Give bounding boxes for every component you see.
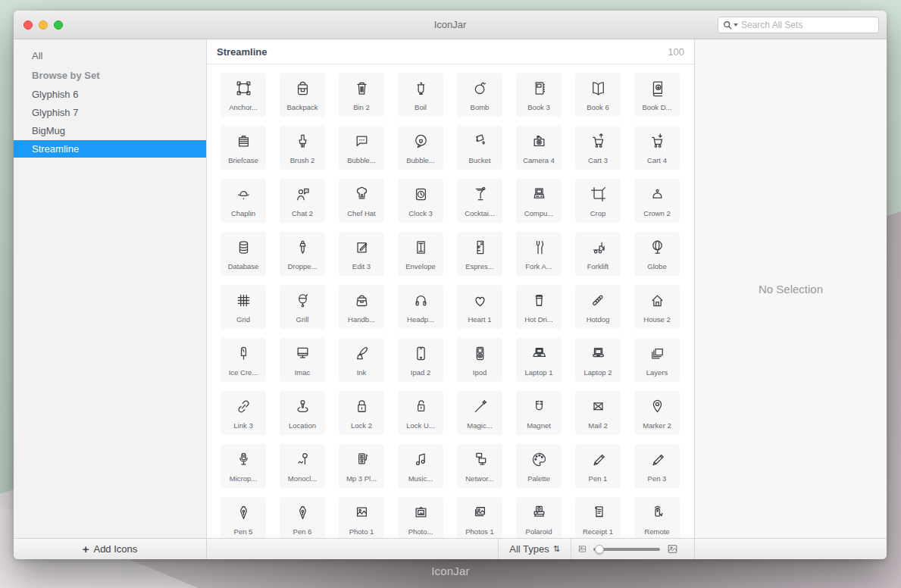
sidebar-item-bigmug[interactable]: BigMug [14, 122, 206, 140]
icon-cell-layers[interactable]: Layers [634, 338, 680, 382]
icon-cell-link-3[interactable]: Link 3 [221, 391, 266, 435]
thumbnail-size-slider[interactable] [593, 539, 660, 559]
icon-cell-magic-wand[interactable]: Magic... [457, 391, 502, 435]
icon-cell-hot-drink[interactable]: Hot Dri... [516, 285, 562, 329]
large-thumbnail-icon[interactable] [660, 539, 685, 559]
icon-cell-ipad-2[interactable]: Ipad 2 [398, 338, 443, 382]
icon-cell-magnet[interactable]: Magnet [516, 391, 562, 435]
icon-cell-computer[interactable]: Compu... [516, 179, 562, 223]
titlebar[interactable]: IconJar [14, 11, 887, 39]
icon-cell-monocle[interactable]: Monocl... [280, 444, 325, 488]
icon-cell-grill[interactable]: Grill [280, 285, 325, 329]
sidebar-item-streamline[interactable]: Streamline [14, 140, 206, 158]
desktop-brand-text: IconJar [0, 565, 901, 577]
search-input[interactable] [741, 20, 874, 30]
icon-cell-palette[interactable]: Palette [516, 444, 562, 488]
icon-cell-lock-unlocked[interactable]: Lock U... [398, 391, 443, 435]
icon-cell-anchor-point[interactable]: Anchor... [221, 73, 266, 117]
icon-cell-cocktail[interactable]: Cocktai... [457, 179, 502, 223]
sidebar-item-glyphish-7[interactable]: Glyphish 7 [14, 104, 206, 122]
icon-cell-boil[interactable]: Boil [398, 73, 443, 117]
icon-cell-ipod[interactable]: Ipod [457, 338, 502, 382]
small-thumbnail-icon[interactable] [571, 539, 593, 559]
icon-cell-brush-2[interactable]: Brush 2 [280, 126, 325, 170]
icon-cell-mp3-player[interactable]: Mp 3 Pl... [339, 444, 384, 488]
icon-cell-chef-hat[interactable]: Chef Hat [339, 179, 384, 223]
sidebar-item-glyphish-6[interactable]: Glyphish 6 [14, 86, 206, 104]
icon-label: Marker 2 [643, 422, 671, 430]
icon-cell-bomb[interactable]: Bomb [457, 73, 502, 117]
icon-cell-mail-2[interactable]: Mail 2 [575, 391, 621, 435]
icon-cell-photo-frame[interactable]: Photo... [398, 497, 443, 538]
icon-label: Lock 2 [351, 422, 372, 430]
icon-label: Bin 2 [353, 104, 370, 111]
icon-cell-remote[interactable]: Remote [634, 497, 680, 538]
icon-cell-backpack[interactable]: Backpack [280, 73, 325, 117]
icon-cell-receipt-1[interactable]: Receipt 1 [575, 497, 621, 538]
slider-knob[interactable] [595, 545, 604, 554]
icon-cell-polaroid[interactable]: Polaroid [516, 497, 562, 538]
icon-cell-grid[interactable]: Grid [221, 285, 266, 329]
icon-cell-chat-2[interactable]: Chat 2 [280, 179, 325, 223]
icon-cell-imac[interactable]: Imac [280, 338, 325, 382]
bottom-bar-grid-section: All Types ⇅ [207, 539, 695, 559]
icon-cell-book-6[interactable]: Book 6 [575, 73, 621, 117]
icon-cell-bubble-chat[interactable]: Bubble... [339, 126, 384, 170]
type-filter-dropdown[interactable]: All Types ⇅ [499, 539, 571, 559]
icon-cell-crop[interactable]: Crop [575, 179, 621, 223]
icon-cell-bubble-heart[interactable]: Bubble... [398, 126, 443, 170]
icon-cell-location[interactable]: Location [280, 391, 325, 435]
icon-cell-envelope[interactable]: Envelope [398, 232, 443, 276]
icon-cell-lock-2[interactable]: Lock 2 [339, 391, 384, 435]
icon-cell-headphones[interactable]: Headp... [398, 285, 443, 329]
icon-cell-cart-4[interactable]: Cart 4 [634, 126, 680, 170]
icon-cell-forklift[interactable]: Forklift [575, 232, 621, 276]
icon-cell-handbag[interactable]: Handb... [339, 285, 384, 329]
icon-cell-ice-cream[interactable]: Ice Cre... [221, 338, 266, 382]
icon-cell-photos-1[interactable]: Photos 1 [457, 497, 502, 538]
grill-icon [293, 285, 313, 315]
icon-cell-bucket[interactable]: Bucket [457, 126, 502, 170]
icon-cell-book-3[interactable]: Book 3 [516, 73, 562, 117]
icon-cell-network[interactable]: Networ... [457, 444, 502, 488]
icon-cell-espresso[interactable]: Espres... [457, 232, 502, 276]
search-field[interactable] [718, 17, 879, 33]
bottom-bar: + Add Icons All Types ⇅ [14, 538, 887, 559]
icon-cell-pen-5[interactable]: Pen 5 [221, 497, 266, 538]
icon-cell-hotdog[interactable]: Hotdog [575, 285, 621, 329]
icon-cell-clock-3[interactable]: Clock 3 [398, 179, 443, 223]
icon-cell-heart-1[interactable]: Heart 1 [457, 285, 502, 329]
minimize-button[interactable] [39, 20, 48, 30]
icon-cell-fork-and-knife[interactable]: Fork A... [516, 232, 562, 276]
magic-wand-icon [470, 391, 490, 421]
icon-cell-crown-2[interactable]: Crown 2 [634, 179, 680, 223]
icon-cell-pen-6[interactable]: Pen 6 [280, 497, 325, 538]
icon-cell-music-notes[interactable]: Music... [398, 444, 443, 488]
icon-cell-photo-1[interactable]: Photo 1 [339, 497, 384, 538]
icon-cell-camera-4[interactable]: Camera 4 [516, 126, 562, 170]
icon-cell-dropper[interactable]: Droppe... [280, 232, 325, 276]
icon-cell-bin-2[interactable]: Bin 2 [339, 73, 384, 117]
sidebar-item-all[interactable]: All [14, 47, 206, 65]
icon-label: Cart 3 [588, 157, 608, 164]
icon-cell-house-2[interactable]: House 2 [634, 285, 680, 329]
icon-cell-database[interactable]: Database [221, 232, 266, 276]
icon-cell-laptop-1[interactable]: Laptop 1 [516, 338, 562, 382]
icon-cell-chaplin[interactable]: Chaplin [221, 179, 266, 223]
icon-cell-microphone[interactable]: Microp... [221, 444, 266, 488]
icon-cell-pen-3[interactable]: Pen 3 [634, 444, 680, 488]
zoom-button[interactable] [54, 20, 63, 30]
icon-cell-pen-1[interactable]: Pen 1 [575, 444, 621, 488]
ice-cream-icon [233, 338, 254, 368]
icon-cell-cart-3[interactable]: Cart 3 [575, 126, 621, 170]
icon-cell-book-download[interactable]: Book D... [634, 73, 680, 117]
close-button[interactable] [23, 20, 33, 30]
icon-cell-globe[interactable]: Globe [634, 232, 680, 276]
icon-label: Hot Dri... [524, 316, 552, 324]
icon-cell-laptop-2[interactable]: Laptop 2 [575, 338, 621, 382]
icon-cell-marker-2[interactable]: Marker 2 [634, 391, 680, 435]
icon-cell-edit-3[interactable]: Edit 3 [339, 232, 384, 276]
icon-cell-briefcase[interactable]: Briefcase [221, 126, 266, 170]
add-icons-button[interactable]: + Add Icons [83, 543, 138, 555]
icon-cell-ink[interactable]: Ink [339, 338, 384, 382]
